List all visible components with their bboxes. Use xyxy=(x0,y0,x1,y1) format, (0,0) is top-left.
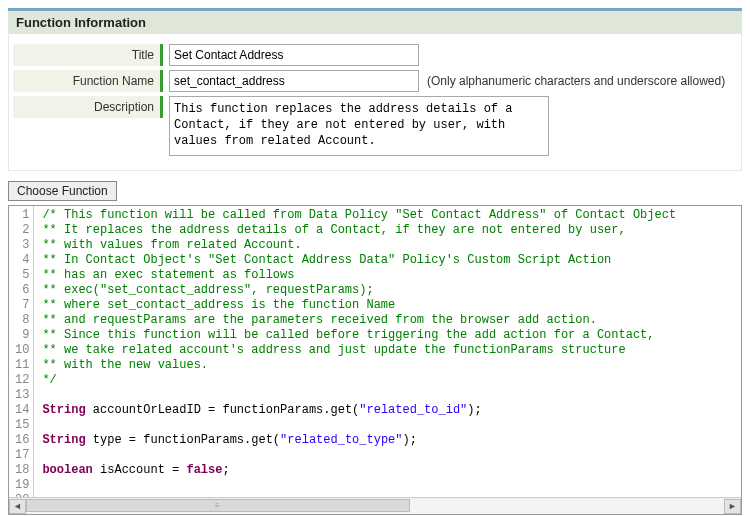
form-row-function-name: Function Name (Only alphanumeric charact… xyxy=(13,70,737,92)
scroll-left-arrow-icon[interactable]: ◄ xyxy=(9,499,26,514)
code-editor[interactable]: 1234567891011121314151617181920212223 /*… xyxy=(8,205,742,515)
scroll-thumb[interactable]: ≡ xyxy=(26,499,410,512)
scroll-right-arrow-icon[interactable]: ► xyxy=(724,499,741,514)
code-line[interactable] xyxy=(42,448,737,463)
gutter-line-number: 12 xyxy=(15,373,29,388)
gutter-line-number: 19 xyxy=(15,478,29,493)
code-line[interactable]: ** where set_contact_address is the func… xyxy=(42,298,737,313)
form-row-title: Title xyxy=(13,44,737,66)
gutter-line-number: 10 xyxy=(15,343,29,358)
function-name-input[interactable] xyxy=(169,70,419,92)
gutter-line-number: 8 xyxy=(15,313,29,328)
gutter-line-number: 16 xyxy=(15,433,29,448)
gutter-line-number: 3 xyxy=(15,238,29,253)
gutter-line-number: 17 xyxy=(15,448,29,463)
choose-function-button[interactable]: Choose Function xyxy=(8,181,117,201)
gutter-line-number: 9 xyxy=(15,328,29,343)
code-line[interactable] xyxy=(42,478,737,493)
title-label: Title xyxy=(13,44,163,66)
code-line[interactable]: */ xyxy=(42,373,737,388)
code-line[interactable]: ** we take related account's address and… xyxy=(42,343,737,358)
code-line[interactable] xyxy=(42,388,737,403)
form-row-description: Description xyxy=(13,96,737,156)
code-line[interactable]: ** exec("set_contact_address", requestPa… xyxy=(42,283,737,298)
section-title: Function Information xyxy=(16,15,146,30)
gutter-line-number: 1 xyxy=(15,208,29,223)
gutter-line-number: 18 xyxy=(15,463,29,478)
description-label: Description xyxy=(13,96,163,118)
code-body[interactable]: /* This function will be called from Dat… xyxy=(34,206,741,497)
gutter-line-number: 14 xyxy=(15,403,29,418)
scroll-track[interactable]: ≡ xyxy=(26,499,724,514)
section-header: Function Information xyxy=(8,8,742,34)
gutter-line-number: 11 xyxy=(15,358,29,373)
gutter-line-number: 15 xyxy=(15,418,29,433)
code-line[interactable]: ** In Contact Object's "Set Contact Addr… xyxy=(42,253,737,268)
code-line[interactable]: ** It replaces the address details of a … xyxy=(42,223,737,238)
code-line[interactable]: String accountOrLeadID = functionParams.… xyxy=(42,403,737,418)
code-line[interactable]: /* This function will be called from Dat… xyxy=(42,208,737,223)
function-name-hint: (Only alphanumeric characters and unders… xyxy=(427,74,725,88)
code-line[interactable]: boolean isAccount = false; xyxy=(42,463,737,478)
title-input[interactable] xyxy=(169,44,419,66)
code-line[interactable]: ** Since this function will be called be… xyxy=(42,328,737,343)
gutter-line-number: 5 xyxy=(15,268,29,283)
form-area: Title Function Name (Only alphanumeric c… xyxy=(8,34,742,171)
gutter-line-number: 2 xyxy=(15,223,29,238)
code-line[interactable]: String type = functionParams.get("relate… xyxy=(42,433,737,448)
code-line[interactable]: ** with values from related Account. xyxy=(42,238,737,253)
code-line[interactable]: ** has an exec statement as follows xyxy=(42,268,737,283)
function-name-label: Function Name xyxy=(13,70,163,92)
scroll-grip-icon: ≡ xyxy=(215,501,221,510)
gutter-line-number: 13 xyxy=(15,388,29,403)
gutter-line-number: 7 xyxy=(15,298,29,313)
code-gutter: 1234567891011121314151617181920212223 xyxy=(9,206,34,497)
code-line[interactable]: ** with the new values. xyxy=(42,358,737,373)
code-line[interactable] xyxy=(42,418,737,433)
gutter-line-number: 4 xyxy=(15,253,29,268)
code-line[interactable]: ** and requestParams are the parameters … xyxy=(42,313,737,328)
horizontal-scrollbar[interactable]: ◄ ≡ ► xyxy=(9,497,741,514)
gutter-line-number: 6 xyxy=(15,283,29,298)
description-input[interactable] xyxy=(169,96,549,156)
